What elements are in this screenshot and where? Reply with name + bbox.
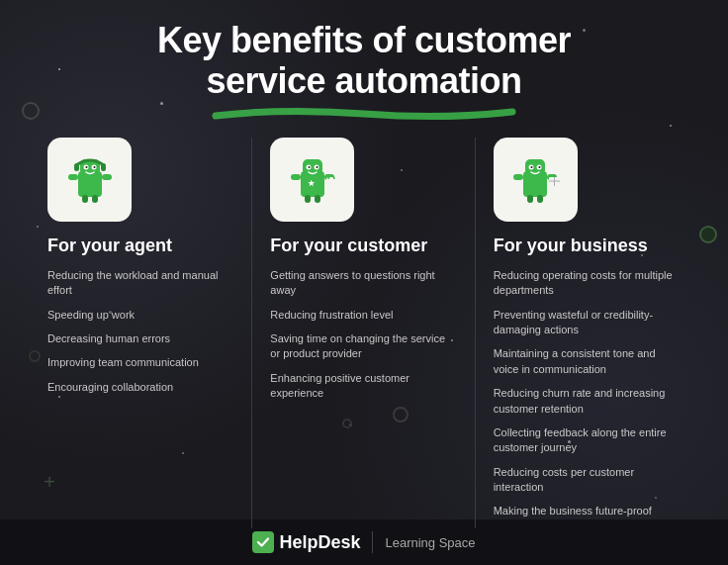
list-item: Reducing operating costs for multiple de… [494, 268, 681, 299]
list-item: Reducing frustration level [270, 308, 457, 323]
customer-icon: ★ [283, 149, 342, 209]
list-item: Reducing the workload and manual effort [47, 268, 234, 299]
svg-rect-25 [525, 159, 545, 175]
list-item: Saving time on changing the service or p… [270, 331, 457, 362]
agent-benefit-list: Reducing the workload and manual effort … [47, 268, 234, 395]
list-item: Reducing churn rate and increasing custo… [494, 386, 681, 417]
column-customer: ★ For your customer Getting answers to q… [252, 138, 475, 528]
list-item: Speeding up work [47, 308, 234, 323]
customer-benefit-list: Getting answers to questions right away … [270, 268, 457, 402]
svg-rect-22 [315, 195, 320, 203]
list-item: Collecting feedback along the entire cus… [494, 425, 681, 456]
list-item: Getting answers to questions right away [270, 268, 457, 299]
list-item: Preventing wasteful or credibility-damag… [494, 308, 681, 338]
svg-rect-30 [513, 174, 523, 180]
business-icon [505, 149, 565, 209]
column-business: For your business Reducing operating cos… [476, 138, 698, 528]
customer-icon-box: ★ [270, 138, 354, 222]
agent-column-title: For your agent [47, 235, 234, 256]
business-column-title: For your business [494, 235, 681, 256]
svg-rect-35 [527, 195, 533, 203]
svg-point-4 [85, 166, 87, 168]
business-icon-box [494, 138, 578, 222]
business-benefit-list: Reducing operating costs for multiple de… [494, 268, 681, 519]
svg-point-16 [308, 166, 310, 168]
list-item: Improving team communication [47, 355, 234, 370]
svg-rect-18 [291, 174, 301, 180]
svg-rect-36 [537, 195, 543, 203]
svg-point-5 [93, 166, 95, 168]
svg-rect-21 [305, 195, 311, 203]
svg-rect-13 [303, 159, 322, 175]
title-underline [206, 104, 522, 122]
agent-icon-box [47, 138, 132, 222]
list-item: Maintaining a consistent tone and voice … [494, 346, 681, 377]
list-item: Reducing costs per customer interaction [494, 465, 681, 496]
svg-rect-8 [68, 174, 78, 180]
column-agent: For your agent Reducing the workload and… [30, 138, 252, 528]
svg-point-29 [539, 166, 541, 168]
svg-rect-9 [102, 174, 112, 180]
svg-rect-10 [82, 195, 88, 203]
list-item: Encouraging collaboration [47, 380, 234, 395]
svg-text:★: ★ [308, 179, 316, 188]
main-content: Key benefits of customer service automat… [0, 0, 728, 538]
customer-column-title: For your customer [270, 235, 457, 256]
list-item: Enhancing positive customer experience [270, 371, 457, 402]
list-item: Making the business future-proof [494, 504, 681, 518]
svg-point-17 [316, 166, 318, 168]
svg-rect-11 [92, 195, 98, 203]
svg-point-28 [531, 166, 533, 168]
benefits-columns: For your agent Reducing the workload and… [30, 138, 698, 528]
title-section: Key benefits of customer service automat… [30, 20, 698, 122]
list-item: Decreasing human errors [47, 331, 234, 346]
main-title: Key benefits of customer service automat… [30, 20, 698, 102]
agent-icon [60, 149, 120, 209]
